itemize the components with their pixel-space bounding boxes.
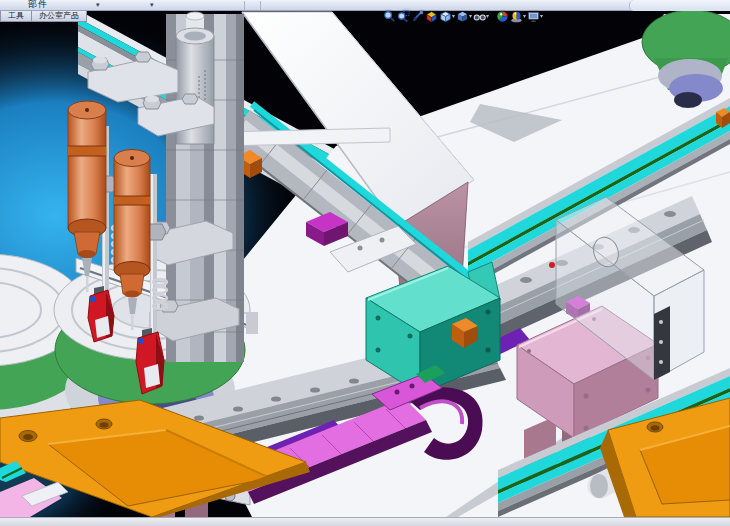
enclosure-bracket [654, 306, 670, 380]
command-tabs: 工具 办公室产品 [0, 11, 87, 22]
hide-show-items-icon [473, 10, 486, 23]
dropdown-caret-icon[interactable]: ▾ [150, 0, 154, 10]
edit-appearance-icon-button[interactable] [496, 10, 509, 23]
view-settings-icon-button[interactable]: ▾ [527, 10, 543, 23]
view-orientation-icon [439, 10, 452, 23]
section-view-icon-button[interactable] [425, 10, 438, 23]
display-style-icon-button[interactable]: ▾ [456, 10, 472, 23]
toolbar-separator [260, 1, 261, 10]
tab-office-products[interactable]: 办公室产品 [32, 11, 87, 22]
view-settings-icon [527, 10, 540, 23]
zoom-to-fit-icon [383, 10, 396, 23]
zoom-to-area-icon-button[interactable] [397, 10, 410, 23]
dropdown-caret-icon[interactable]: ▾ [96, 0, 100, 10]
tab-tools[interactable]: 工具 [0, 11, 32, 22]
dropdown-caret-icon[interactable]: ▾ [469, 10, 472, 23]
display-style-icon [456, 10, 469, 23]
tab-label: 工具 [8, 11, 24, 20]
zoom-to-area-icon [397, 10, 410, 23]
heads-up-toolbar: ▾▾▾▾▾ [383, 10, 543, 23]
apply-scene-icon [510, 10, 523, 23]
component-label: 部件 [28, 0, 48, 11]
previous-view-icon [411, 10, 424, 23]
tab-label: 办公室产品 [39, 11, 79, 20]
apply-scene-icon-button[interactable]: ▾ [510, 10, 526, 23]
edit-appearance-icon [496, 10, 509, 23]
view-orientation-icon-button[interactable]: ▾ [439, 10, 455, 23]
dropdown-caret-icon[interactable]: ▾ [486, 10, 489, 23]
zoom-to-fit-icon-button[interactable] [383, 10, 396, 23]
dropdown-caret-icon[interactable]: ▾ [540, 10, 543, 23]
toolbar-right-panel[interactable] [629, 0, 730, 11]
toolbar-separator [244, 1, 245, 10]
status-bar [0, 517, 730, 526]
red-marker [549, 262, 555, 268]
section-view-icon [425, 10, 438, 23]
cad-application-window: 部件 ▾ ▾ 工具 办公室产品 ▾▾▾▾▾ [0, 0, 730, 526]
previous-view-icon-button[interactable] [411, 10, 424, 23]
hide-show-items-icon-button[interactable]: ▾ [473, 10, 489, 23]
dropdown-caret-icon[interactable]: ▾ [523, 10, 526, 23]
dropdown-caret-icon[interactable]: ▾ [452, 10, 455, 23]
main-toolbar: 部件 ▾ ▾ [0, 0, 730, 11]
viewport-canvas[interactable] [0, 0, 730, 526]
